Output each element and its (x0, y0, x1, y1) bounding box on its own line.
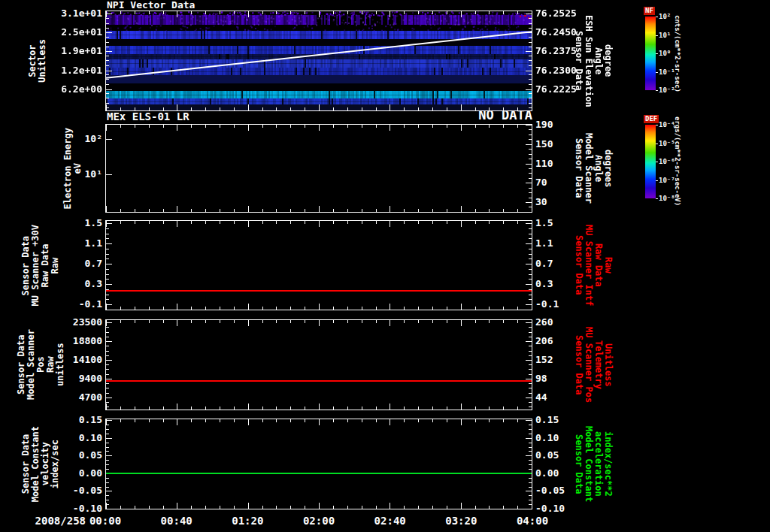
tick-mark (529, 374, 532, 375)
tick-mark (106, 221, 107, 227)
tick-mark (106, 393, 109, 394)
tick-mark (106, 37, 109, 38)
tick-mark (319, 503, 320, 509)
tick-mark (290, 221, 291, 224)
tick-mark (120, 307, 121, 310)
y-tick-label: 152 (535, 355, 590, 365)
tick-mark (517, 209, 518, 212)
npi-left-axis-label: Sector Unitless (28, 39, 47, 83)
tick-mark (475, 221, 476, 224)
tick-mark (347, 407, 348, 410)
tick-mark (404, 221, 405, 224)
tick-mark (362, 107, 362, 110)
tick-mark (503, 209, 504, 212)
tick-mark (106, 206, 107, 212)
tick-mark (529, 23, 532, 24)
tick-mark (149, 125, 150, 128)
tick-mark (276, 506, 277, 509)
tick-mark (106, 51, 112, 52)
tick-mark (432, 107, 433, 110)
tick-mark (529, 249, 532, 249)
y-tick-label: 0.10 (48, 433, 102, 443)
colorbar-tick-label: 10² (659, 13, 671, 20)
npi-spectrogram-canvas (106, 11, 532, 110)
tick-mark (333, 221, 334, 224)
tick-mark (526, 144, 532, 145)
y-tick-label: 2.5e+01 (48, 27, 102, 38)
tick-mark (106, 464, 109, 465)
tick-mark (262, 107, 263, 110)
tick-mark (290, 11, 291, 14)
tick-mark (529, 18, 532, 19)
tick-mark (432, 320, 433, 323)
tick-mark (489, 407, 490, 410)
tick-mark (262, 307, 263, 310)
tick-mark (489, 209, 490, 212)
tick-mark (362, 11, 362, 14)
nf-colorbar-units: cnts/(cm**2-sr-sec) (674, 15, 681, 92)
tick-mark (529, 443, 532, 443)
tick-mark (248, 304, 249, 310)
tick-mark (177, 221, 177, 227)
y-tick-label: 14100 (48, 355, 102, 365)
tick-mark (305, 506, 305, 509)
tick-mark (262, 407, 263, 410)
tick-mark (234, 506, 235, 509)
tick-mark (234, 320, 235, 323)
tick-mark (390, 11, 390, 17)
tick-mark (163, 419, 164, 422)
tick-mark (106, 341, 112, 342)
y-tick-label: 0.15 (48, 415, 102, 425)
tick-mark (106, 174, 112, 175)
tick-mark (319, 320, 320, 326)
tick-mark (529, 154, 532, 155)
tick-mark (447, 125, 447, 128)
tick-mark (220, 320, 220, 323)
tick-mark (529, 74, 532, 75)
y-tick-label: 9400 (48, 373, 102, 384)
tick-mark (106, 258, 109, 259)
tick-mark (529, 228, 532, 229)
colorbar-tick-label: 10⁻⁷ (659, 177, 675, 184)
tick-mark (305, 221, 305, 224)
tick-mark (447, 209, 447, 212)
y-tick-label: 0.3 (535, 279, 590, 289)
tick-mark (529, 47, 532, 47)
tick-mark (163, 506, 164, 509)
tick-mark (404, 407, 405, 410)
tick-mark (220, 107, 220, 110)
y-tick-label: 190 (535, 119, 590, 130)
tick-mark (503, 320, 504, 323)
tick-mark (526, 438, 532, 439)
tick-mark (529, 451, 532, 452)
y-tick-label: -0.10 (48, 503, 102, 514)
tick-mark (149, 209, 150, 212)
tick-mark (305, 320, 305, 323)
tick-mark (529, 434, 532, 434)
tick-mark (205, 221, 206, 224)
tick-mark (503, 107, 504, 110)
tick-mark (418, 307, 419, 310)
tick-mark (461, 11, 462, 17)
tick-mark (461, 320, 462, 326)
tick-mark (404, 209, 405, 212)
tick-mark (526, 202, 532, 203)
tick-mark (248, 104, 249, 110)
y-tick-label: 76.2450 (535, 27, 590, 38)
tick-mark (529, 369, 532, 370)
tick-mark (503, 419, 504, 422)
x-tick-label: 03:20 (434, 515, 488, 527)
tick-mark (120, 107, 121, 110)
tick-mark (191, 221, 192, 224)
tick-mark (529, 351, 532, 352)
tick-mark (432, 407, 433, 410)
tick-mark (106, 374, 109, 375)
tick-mark (529, 238, 532, 239)
tick-mark (529, 327, 532, 328)
tick-mark (517, 419, 518, 422)
tick-mark (106, 18, 109, 19)
tick-mark (526, 322, 532, 323)
tick-mark (447, 221, 447, 224)
tick-mark (489, 11, 490, 14)
tick-mark (503, 221, 504, 224)
